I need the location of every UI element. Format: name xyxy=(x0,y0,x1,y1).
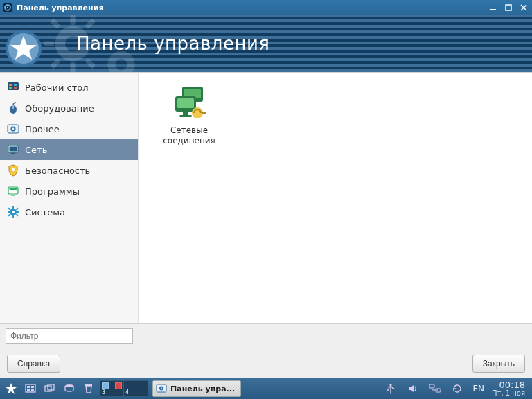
help-button[interactable]: Справка xyxy=(7,355,60,373)
close-button[interactable] xyxy=(518,2,529,13)
svg-point-46 xyxy=(12,211,15,213)
svg-rect-7 xyxy=(70,62,75,72)
svg-rect-20 xyxy=(8,82,19,90)
svg-rect-43 xyxy=(15,213,18,216)
body: Рабочий стол Оборудование Прочее Сеть Бе xyxy=(0,72,532,323)
svg-point-33 xyxy=(12,168,15,171)
mouse-icon xyxy=(7,102,19,114)
svg-rect-44 xyxy=(15,207,18,210)
svg-rect-36 xyxy=(11,195,15,196)
sidebar-item-label: Система xyxy=(25,207,65,218)
svg-rect-24 xyxy=(14,87,17,89)
svg-rect-32 xyxy=(11,153,15,154)
sidebar-item-other[interactable]: Прочее xyxy=(0,118,138,139)
svg-point-29 xyxy=(12,128,15,130)
sidebar-item-label: Рабочий стол xyxy=(25,82,88,93)
workspace-4[interactable]: 4 xyxy=(124,381,148,396)
gear-icon xyxy=(7,123,19,135)
svg-rect-23 xyxy=(9,87,12,89)
svg-rect-39 xyxy=(12,215,14,218)
item-network-connections[interactable]: Сетевые соединения xyxy=(151,82,227,146)
svg-rect-41 xyxy=(16,211,19,213)
task-control-panel[interactable]: Панель упра... xyxy=(152,380,241,397)
network-tray-icon[interactable] xyxy=(427,380,443,397)
svg-point-67 xyxy=(161,387,162,389)
sidebar-item-label: Безопасность xyxy=(25,166,90,176)
usb-icon[interactable] xyxy=(382,380,399,397)
gear-icon xyxy=(156,383,167,394)
dialog-buttons: Справка Закрыть xyxy=(0,348,532,378)
svg-point-2 xyxy=(7,7,9,9)
sidebar-item-label: Прочее xyxy=(25,124,60,134)
titlebar: Панель управления xyxy=(0,0,532,15)
volume-icon[interactable] xyxy=(405,380,421,397)
svg-point-63 xyxy=(65,384,73,387)
header-band: Панель управления xyxy=(0,15,532,72)
header-badge xyxy=(3,28,47,68)
sidebar-item-label: Программы xyxy=(25,186,80,197)
svg-rect-42 xyxy=(8,207,10,210)
app-icon xyxy=(7,185,19,197)
window-list-button[interactable] xyxy=(42,380,58,397)
svg-rect-38 xyxy=(12,206,14,209)
svg-rect-40 xyxy=(8,211,10,213)
maximize-button[interactable] xyxy=(503,2,514,13)
svg-marker-55 xyxy=(6,383,17,394)
item-label: Сетевые соединения xyxy=(151,125,227,146)
svg-rect-31 xyxy=(10,147,17,152)
content-pane: Сетевые соединения xyxy=(139,73,532,323)
keyboard-layout[interactable]: EN xyxy=(471,380,487,397)
svg-point-68 xyxy=(389,384,391,386)
svg-rect-10 xyxy=(50,19,60,29)
sidebar-item-system[interactable]: Система xyxy=(0,202,138,222)
svg-rect-21 xyxy=(9,84,12,86)
workspace-3[interactable]: 3 xyxy=(100,381,124,396)
task-label: Панель упра... xyxy=(170,384,235,393)
svg-rect-69 xyxy=(429,384,434,388)
taskbar: 3 4 Панель упра... EN 00:18 Пт, 1 ноя xyxy=(0,378,532,399)
svg-point-16 xyxy=(116,59,127,71)
svg-rect-4 xyxy=(506,5,511,10)
shield-icon xyxy=(7,164,19,177)
screen-icon xyxy=(7,143,19,156)
svg-rect-58 xyxy=(31,386,34,388)
networks-icon xyxy=(170,82,209,121)
clock[interactable]: 00:18 Пт, 1 ноя xyxy=(492,380,525,397)
clock-time: 00:18 xyxy=(492,380,525,390)
sidebar: Рабочий стол Оборудование Прочее Сеть Бе xyxy=(0,73,139,323)
cog-icon xyxy=(7,206,19,218)
sidebar-item-desktop[interactable]: Рабочий стол xyxy=(0,77,138,98)
svg-rect-59 xyxy=(27,389,30,391)
sidebar-item-security[interactable]: Безопасность xyxy=(0,160,138,181)
svg-rect-12 xyxy=(85,19,96,29)
clock-date: Пт, 1 ноя xyxy=(492,390,525,398)
trash-button[interactable] xyxy=(80,380,97,397)
svg-rect-45 xyxy=(8,213,10,216)
page-title: Панель управления xyxy=(76,33,269,54)
svg-rect-13 xyxy=(50,58,60,69)
desktop-icon xyxy=(7,81,19,94)
minimize-button[interactable] xyxy=(488,2,499,13)
svg-rect-51 xyxy=(183,112,188,115)
sidebar-item-hardware[interactable]: Оборудование xyxy=(0,98,138,118)
updates-icon[interactable] xyxy=(449,380,466,397)
filter-input[interactable] xyxy=(6,328,133,344)
sidebar-item-label: Сеть xyxy=(25,145,47,155)
show-desktop-button[interactable] xyxy=(22,380,39,397)
svg-rect-64 xyxy=(85,384,92,386)
window-title: Панель управления xyxy=(17,3,484,12)
svg-rect-6 xyxy=(70,15,75,25)
workspace-pager[interactable]: 3 4 xyxy=(100,380,148,397)
svg-rect-22 xyxy=(14,84,17,86)
sidebar-item-network[interactable]: Сеть xyxy=(0,139,138,160)
system-tray: EN 00:18 Пт, 1 ноя xyxy=(382,380,529,397)
sidebar-item-programs[interactable]: Программы xyxy=(0,181,138,202)
files-button[interactable] xyxy=(61,380,78,397)
svg-rect-54 xyxy=(202,112,206,114)
start-menu-button[interactable] xyxy=(3,380,19,397)
svg-rect-56 xyxy=(26,384,35,392)
close-dialog-button[interactable]: Закрыть xyxy=(472,355,525,373)
svg-rect-11 xyxy=(85,58,96,69)
svg-rect-57 xyxy=(27,386,30,388)
svg-rect-50 xyxy=(177,98,194,108)
